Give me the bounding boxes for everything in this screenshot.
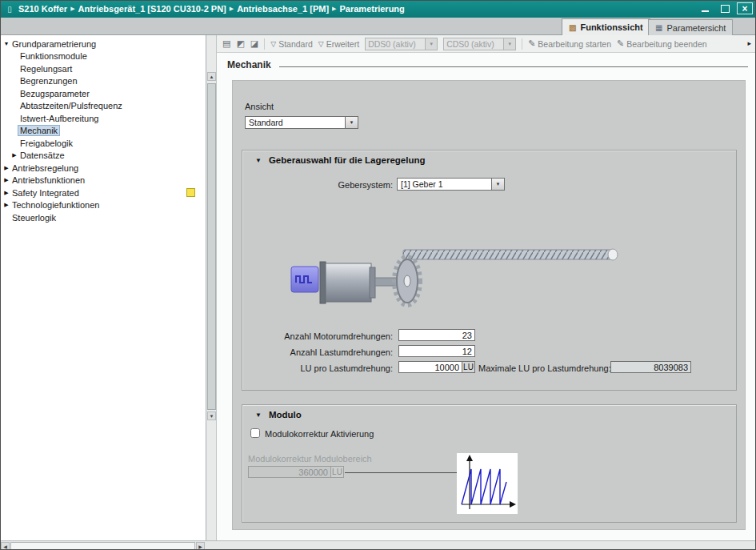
scroll-up-button[interactable]: ▲	[207, 72, 216, 81]
app-icon: ▯	[4, 5, 15, 14]
erweitert-view-button[interactable]: ▽ Erweitert	[318, 39, 359, 49]
title-rule	[279, 66, 748, 67]
expander-icon[interactable]: ▶	[2, 177, 10, 183]
pencil-off-icon: ✎	[617, 38, 624, 49]
tree-item-label-selected: Mechanik	[18, 126, 59, 135]
horizontal-scroll-thumb[interactable]	[10, 542, 195, 550]
dropdown-arrow-icon[interactable]: ▼	[345, 117, 358, 128]
page-title: Mechanik	[227, 59, 271, 70]
expander-icon[interactable]: ▶	[2, 202, 10, 208]
funktionssicht-icon: ▨	[569, 23, 576, 32]
edit-start-label: Bearbeitung starten	[538, 39, 611, 49]
gebersystem-dropdown[interactable]: [1] Geber 1 ▼	[397, 178, 505, 191]
tab-funktionssicht-label: Funktionssicht	[580, 22, 642, 32]
maximize-button[interactable]	[717, 2, 733, 14]
sidebar-item-regelungsart[interactable]: Regelungsart	[0, 62, 206, 75]
sidebar-item-steuerlogik[interactable]: Steuerlogik	[0, 211, 206, 224]
function-view-content: Mechanik Ansicht Standard ▼ ▼ Geberauswa…	[217, 53, 756, 540]
dds-dropdown[interactable]: DDS0 (aktiv) ▼	[365, 38, 438, 50]
title-bar: ▯ S210 Koffer ▶ Antriebsgerät_1 [S120 CU…	[0, 0, 756, 18]
lu-pro-lastumdrehung-input[interactable]	[398, 361, 462, 373]
modulo-group: ▼ Modulo Modulokorrektur Aktivierung Mod…	[242, 404, 737, 523]
tree-item-label: Grundparametrierung	[10, 39, 98, 49]
expander-icon[interactable]: ▶	[10, 152, 18, 159]
sidebar-item-grundparametrierung[interactable]: ▼ Grundparametrierung	[0, 38, 206, 50]
filter-standard-icon: ▽	[270, 40, 276, 48]
modulokorrektur-checkbox[interactable]	[250, 428, 260, 438]
dropdown-arrow-icon[interactable]: ▼	[425, 38, 437, 50]
ansicht-dropdown[interactable]: Standard ▼	[245, 116, 358, 129]
edit-end-button[interactable]: ✎ Bearbeitung beenden	[617, 38, 707, 49]
next-mask-icon[interactable]: ◪	[250, 38, 258, 49]
content-vertical-scrollbar: ▲ ▼	[206, 35, 217, 540]
breadcrumb-item-project[interactable]: S210 Koffer	[18, 4, 67, 14]
close-button[interactable]: ×	[737, 2, 753, 14]
tree-horizontal-scrollbar: ◀ ▶	[0, 540, 206, 550]
modulokorrektur-checkbox-label: Modulokorrektur Aktivierung	[265, 429, 374, 439]
tab-parametersicht-label: Parametersicht	[666, 23, 726, 33]
breadcrumb-item-parametrierung[interactable]: Parametrierung	[340, 4, 405, 14]
function-view-toolbar: ▤ ◩ ◪ ▽ Standard ▽ Erweitert DDS0 (aktiv…	[217, 35, 756, 53]
minimize-button[interactable]	[697, 2, 713, 14]
max-lu-readonly-field	[610, 361, 691, 373]
signal-connector-line	[345, 472, 457, 473]
motorumdrehungen-label: Anzahl Motorumdrehungen:	[242, 331, 393, 343]
expander-icon[interactable]: ▼	[2, 41, 10, 46]
breadcrumb-item-axis[interactable]: Antriebsachse_1 [PM]	[237, 4, 329, 14]
toolbar-overflow-icon[interactable]: ▸	[747, 39, 751, 47]
vertical-scroll-thumb[interactable]	[207, 83, 216, 410]
tree-item-label: Safety Integrated	[10, 188, 81, 198]
tree-item-label: Steuerlogik	[10, 213, 58, 223]
sidebar-item-funktionsmodule[interactable]: Funktionsmodule	[0, 50, 206, 63]
scroll-right-button[interactable]: ▶	[196, 542, 205, 550]
navigation-tree: ▼ Grundparametrierung Funktionsmodule Re…	[0, 35, 206, 540]
lastumdrehungen-label: Anzahl Lastumdrehungen:	[242, 347, 393, 359]
lastumdrehungen-input[interactable]	[398, 345, 475, 357]
sidebar-item-mechanik[interactable]: Mechanik	[0, 125, 206, 138]
sidebar-item-technologiefunktionen[interactable]: ▶ Technologiefunktionen	[0, 199, 206, 212]
scroll-left-button[interactable]: ◀	[1, 542, 10, 550]
sidebar-item-antriebsfunktionen[interactable]: ▶ Antriebsfunktionen	[0, 175, 206, 187]
tab-parametersicht[interactable]: ▦ Parametersicht	[648, 19, 733, 35]
ansicht-dropdown-value: Standard	[246, 117, 345, 128]
tree-item-label: Istwert-Aufbereitung	[18, 114, 100, 123]
edit-start-button[interactable]: ✎ Bearbeitung starten	[528, 38, 611, 49]
function-diagram-icon[interactable]: ▤	[222, 38, 230, 49]
expander-icon[interactable]: ▶	[2, 190, 10, 196]
sidebar-item-safety-integrated[interactable]: ▶ Safety Integrated	[0, 187, 206, 199]
modulobereich-unit-label: LU	[330, 466, 344, 478]
sidebar-item-datensaetze[interactable]: ▶ Datensätze	[0, 150, 206, 163]
sidebar-item-bezugsparameter[interactable]: Bezugsparameter	[0, 87, 206, 100]
sidebar-item-istwert-aufbereitung[interactable]: Istwert-Aufbereitung	[0, 112, 206, 125]
sidebar-item-begrenzungen[interactable]: Begrenzungen	[0, 75, 206, 88]
sidebar-item-antriebsregelung[interactable]: ▶ Antriebsregelung	[0, 162, 206, 175]
motorumdrehungen-input[interactable]	[398, 329, 475, 341]
toolbar-separator	[522, 38, 522, 50]
collapse-icon[interactable]: ▼	[255, 157, 262, 164]
modulo-sawtooth-graphic	[457, 453, 518, 514]
cds-dropdown[interactable]: CDS0 (aktiv) ▼	[443, 38, 516, 50]
geberauswahl-title: Geberauswahl für die Lageregelung	[269, 155, 426, 165]
geberauswahl-header[interactable]: ▼ Geberauswahl für die Lageregelung	[255, 155, 425, 165]
content-bottom-strip	[206, 540, 756, 550]
breadcrumb-separator-icon: ▶	[230, 6, 234, 12]
dropdown-arrow-icon[interactable]: ▼	[503, 38, 515, 50]
gebersystem-label: Gebersystem:	[265, 179, 393, 191]
dds-dropdown-value: DDS0 (aktiv)	[366, 38, 425, 50]
previous-mask-icon[interactable]: ◩	[236, 38, 244, 49]
tree-item-label: Freigabelogik	[18, 139, 74, 148]
sidebar-item-abtastzeiten-pulsfrequenz[interactable]: Abtastzeiten/Pulsfrequenz	[0, 100, 206, 113]
scroll-down-button[interactable]: ▼	[207, 411, 216, 420]
breadcrumb-item-device[interactable]: Antriebsgerät_1 [S120 CU310-2 PN]	[78, 4, 226, 14]
expander-icon[interactable]: ▶	[2, 165, 10, 171]
sidebar-item-freigabelogik[interactable]: Freigabelogik	[0, 137, 206, 150]
dropdown-arrow-icon[interactable]: ▼	[491, 179, 504, 190]
modulo-header[interactable]: ▼ Modulo	[255, 410, 302, 420]
lu-unit-label: LU	[462, 361, 475, 373]
breadcrumb-separator-icon: ▶	[332, 6, 336, 12]
tab-funktionssicht[interactable]: ▨ Funktionssicht	[562, 18, 650, 35]
lu-pro-lastumdrehung-label: LU pro Lastumdrehung:	[242, 363, 393, 375]
collapse-icon[interactable]: ▼	[255, 411, 262, 419]
geberauswahl-group: ▼ Geberauswahl für die Lageregelung Gebe…	[242, 150, 737, 391]
standard-view-button[interactable]: ▽ Standard	[270, 39, 313, 49]
